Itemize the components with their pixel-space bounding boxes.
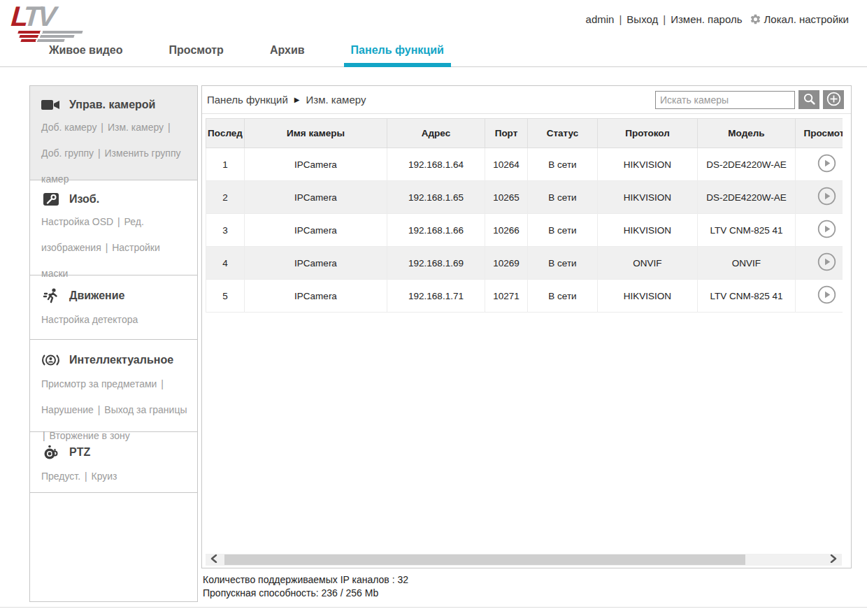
play-icon xyxy=(817,154,836,175)
table-row[interactable]: 4IPCamera192.168.1.6910269В сетиONVIFONV… xyxy=(206,247,843,280)
image-settings-icon xyxy=(41,192,60,206)
bandwidth-info: Пропускная способность: 236 / 256 Mb xyxy=(203,587,408,600)
sidebar-link[interactable]: Нарушение xyxy=(41,404,94,415)
cell-name: IPCamera xyxy=(245,247,387,280)
separator: | xyxy=(663,13,666,25)
tab-archive[interactable]: Архив xyxy=(263,42,312,66)
preview-play-button[interactable] xyxy=(817,154,836,175)
cell-view xyxy=(796,247,843,280)
cell-status: В сети xyxy=(528,247,598,280)
sidebar-link[interactable]: Круиз xyxy=(92,471,117,482)
table-row[interactable]: 2IPCamera192.168.1.6510265В сетиHIKVISIO… xyxy=(206,181,843,214)
scrollbar-thumb[interactable] xyxy=(224,554,745,565)
tab-function-panel[interactable]: Панель функций xyxy=(344,42,451,66)
video-camera-icon xyxy=(41,98,60,112)
table-row[interactable]: 5IPCamera192.168.1.7110271В сетиHIKVISIO… xyxy=(206,280,843,313)
change-password-link[interactable]: Измен. пароль xyxy=(671,13,742,25)
sidebar-link[interactable]: Вторжение в зону xyxy=(50,430,130,441)
sidebar-link[interactable]: Предуст. xyxy=(41,471,80,482)
cell-address: 192.168.1.71 xyxy=(387,280,485,313)
preview-play-button[interactable] xyxy=(817,187,836,208)
play-icon xyxy=(817,285,836,306)
breadcrumb-current: Изм. камеру xyxy=(306,94,366,106)
motion-icon xyxy=(41,287,60,304)
scroll-right-button[interactable] xyxy=(825,554,842,566)
preview-play-button[interactable] xyxy=(817,220,836,241)
horizontal-scrollbar[interactable] xyxy=(206,554,842,566)
separator: | xyxy=(103,242,110,253)
sidebar-section-title: PTZ xyxy=(69,446,90,459)
logout-link[interactable]: Выход xyxy=(626,13,658,25)
cell-protocol: HIKVISION xyxy=(598,181,698,214)
tab-playback[interactable]: Просмотр xyxy=(162,42,231,66)
ltv-logo-letters: LTV xyxy=(10,3,96,29)
tab-live-video[interactable]: Живое видео xyxy=(42,42,130,66)
cell-name: IPCamera xyxy=(245,181,387,214)
plus-circle-icon xyxy=(826,92,841,108)
cell-protocol: HIKVISION xyxy=(598,148,698,181)
cell-view xyxy=(796,181,843,214)
user-menu: admin | Выход | Измен. пароль Локал. нас… xyxy=(586,11,849,27)
breadcrumb-root[interactable]: Панель функций xyxy=(207,94,288,106)
sidebar-link[interactable]: Настройка детектора xyxy=(41,314,138,325)
preview-play-button[interactable] xyxy=(817,252,836,273)
sidebar-link[interactable]: Настройка OSD xyxy=(41,216,113,227)
cell-status: В сети xyxy=(528,214,598,247)
search-input[interactable] xyxy=(655,91,795,109)
scroll-left-button[interactable] xyxy=(206,554,222,566)
sidebar-section-title: Управ. камерой xyxy=(69,99,155,111)
cell-port: 10269 xyxy=(485,247,528,280)
gear-icon xyxy=(750,13,761,25)
cell-seq: 4 xyxy=(206,247,245,280)
separator: | xyxy=(115,216,122,227)
cell-seq: 3 xyxy=(206,214,245,247)
chevron-left-icon xyxy=(210,554,217,565)
search-button[interactable] xyxy=(798,90,819,109)
cell-status: В сети xyxy=(528,181,598,214)
cell-status: В сети xyxy=(528,148,598,181)
sidebar-link[interactable]: Присмотр за предметами xyxy=(41,378,157,389)
camera-table: Послед Имя камеры Адрес Порт Статус Прот… xyxy=(206,118,843,313)
separator: | xyxy=(82,471,89,482)
sidebar-section-camera-management: Управ. камерой Доб. камеру | Изм. камеру… xyxy=(29,85,198,180)
cell-model: DS-2DE4220W-AE xyxy=(698,181,796,214)
sidebar-link[interactable]: Доб. группу xyxy=(41,148,94,159)
sidebar-link[interactable]: Доб. камеру xyxy=(41,122,96,133)
sidebar-section-image: Изоб. Настройка OSD | Ред. изображения |… xyxy=(29,180,198,275)
cell-view xyxy=(796,280,843,313)
cell-protocol: ONVIF xyxy=(598,247,698,280)
preview-play-button[interactable] xyxy=(817,285,836,306)
cell-model: LTV CNM-825 41 xyxy=(698,280,796,313)
add-camera-button[interactable] xyxy=(823,90,844,109)
page-bottom-divider xyxy=(0,607,867,608)
local-settings-link[interactable]: Локал. настройки xyxy=(764,13,849,25)
cell-port: 10266 xyxy=(485,214,528,247)
column-header-port: Порт xyxy=(485,119,528,148)
cell-address: 192.168.1.65 xyxy=(387,181,485,214)
cell-seq: 1 xyxy=(206,148,245,181)
sidebar-link[interactable]: Выход за границы xyxy=(104,404,187,415)
ip-channels-count: Количество поддерживаемых IP каналов : 3… xyxy=(203,573,408,587)
cell-view xyxy=(796,148,843,181)
breadcrumb-arrow-icon: ▶ xyxy=(294,96,300,103)
sidebar: Управ. камерой Доб. камеру | Изм. камеру… xyxy=(29,85,198,602)
breadcrumb-bar: Панель функций ▶ Изм. камеру xyxy=(202,86,851,114)
search-icon xyxy=(803,92,816,108)
cell-name: IPCamera xyxy=(245,148,387,181)
play-icon xyxy=(817,187,836,208)
table-row[interactable]: 3IPCamera192.168.1.6610266В сетиHIKVISIO… xyxy=(206,214,843,247)
sidebar-section-title: Интеллектуальное xyxy=(69,354,173,366)
cell-port: 10271 xyxy=(485,280,528,313)
cell-port: 10264 xyxy=(485,148,528,181)
table-header-row: Послед Имя камеры Адрес Порт Статус Прот… xyxy=(206,119,843,148)
separator: | xyxy=(158,378,164,389)
sidebar-link[interactable]: Изм. камеру xyxy=(108,122,164,133)
sidebar-section-intelligent: Интеллектуальное Присмотр за предметами … xyxy=(29,339,198,432)
cell-seq: 2 xyxy=(206,181,245,214)
current-user[interactable]: admin xyxy=(586,13,615,25)
table-row[interactable]: 1IPCamera192.168.1.6410264В сетиHIKVISIO… xyxy=(206,148,843,181)
ltv-logo-stripes xyxy=(15,31,96,42)
separator: | xyxy=(43,430,48,441)
ptz-icon xyxy=(41,444,60,461)
cell-name: IPCamera xyxy=(245,280,387,313)
